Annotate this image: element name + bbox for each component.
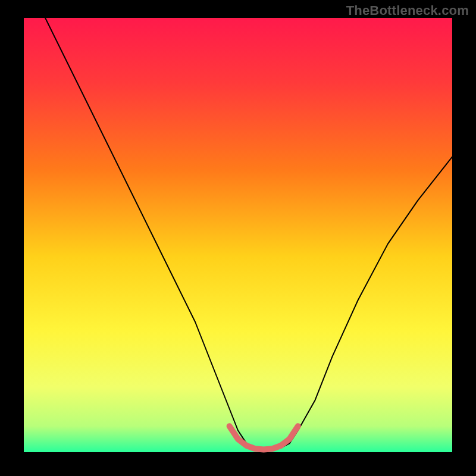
chart-frame: TheBottleneck.com <box>0 0 476 476</box>
watermark-text: TheBottleneck.com <box>346 3 469 18</box>
bottleneck-chart <box>0 0 476 476</box>
plot-background <box>24 18 452 452</box>
